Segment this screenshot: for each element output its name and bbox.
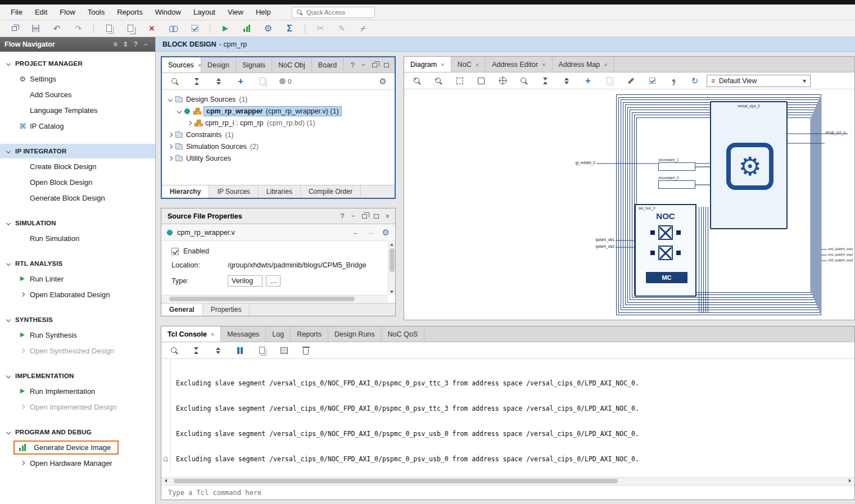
port-lpddr4-trip3[interactable]: ch0_lpddr4_trip2 (828, 258, 853, 262)
expand-all-icon[interactable] (214, 76, 224, 87)
flownav-item-create-block-design[interactable]: Create Block Design (0, 158, 155, 174)
edit-pencil-icon[interactable]: ✎ (336, 22, 348, 35)
section-header-program-and-debug[interactable]: PROGRAM AND DEBUG (0, 425, 155, 439)
section-header-rtl-analysis[interactable]: RTL ANALYSIS (0, 256, 155, 271)
flownav-item-generate-block-design[interactable]: Generate Block Design (0, 190, 155, 206)
quick-access-input[interactable] (306, 9, 368, 16)
validate-design-icon[interactable] (647, 76, 657, 86)
new-window-icon[interactable] (8, 22, 20, 35)
port-lpddr4-clk1[interactable]: lpddr4_clk1 (590, 238, 614, 242)
tree-item-cpm-rp-instance[interactable]: cpm_rp_i : cpm_rp(cpm_rp.bd) (1) (162, 117, 395, 129)
help-icon[interactable]: ? (130, 40, 141, 48)
search-icon[interactable] (170, 76, 180, 87)
tab-ip-sources[interactable]: IP Sources (209, 185, 258, 198)
tab-messages[interactable]: Messages (221, 326, 266, 342)
port-lpddr4-trip1[interactable]: ch0_lpddr4_trip1 (828, 247, 853, 251)
tree-item-cpm-rp-wrapper[interactable]: cpm_rp_wrapper(cpm_rp_wrapper.v) (1) (162, 105, 395, 117)
section-header-ip-integrator[interactable]: IP INTEGRATOR (0, 144, 155, 158)
menu-tools[interactable]: Tools (82, 4, 111, 20)
back-arrow-icon[interactable]: ← (352, 229, 360, 237)
minimize-icon[interactable]: − (361, 61, 365, 69)
menu-flow[interactable]: Flow (53, 4, 81, 20)
save-icon[interactable] (29, 22, 42, 35)
close-icon[interactable]: × (604, 61, 607, 68)
tab-reports[interactable]: Reports (291, 326, 328, 342)
zoom-in-icon[interactable]: + (412, 76, 422, 86)
tree-item-utility-sources[interactable]: Utility Sources (162, 152, 395, 164)
minimize-icon[interactable]: − (141, 40, 151, 48)
report-icon[interactable] (103, 22, 115, 35)
tab-diagram[interactable]: Diagram× (404, 57, 451, 72)
section-header-simulation[interactable]: SIMULATION (0, 216, 155, 230)
menu-edit[interactable]: Edit (29, 4, 53, 20)
tab-signals[interactable]: Signals (236, 57, 272, 72)
flownav-item-run-linter[interactable]: Run Linter (0, 271, 155, 287)
float-icon[interactable] (372, 63, 377, 67)
quick-access-search[interactable] (292, 7, 375, 18)
vertical-scrollbar[interactable] (388, 242, 395, 295)
versal-cips-block[interactable]: versal_cips_0 ⚙ (710, 101, 788, 229)
undo-icon[interactable]: ↶ (51, 22, 63, 35)
trash-icon[interactable] (301, 346, 311, 356)
menu-reports[interactable]: Reports (111, 4, 149, 20)
expand-all-icon[interactable] (562, 76, 572, 86)
flownav-item-language-templates[interactable]: Language Templates (0, 102, 155, 118)
sum-icon[interactable]: Σ (283, 22, 296, 35)
generate-bitstream-icon[interactable] (241, 22, 253, 35)
help-icon[interactable]: ? (351, 61, 355, 69)
expand-all-icon[interactable] (213, 346, 223, 356)
console-output[interactable]: Excluding slave segment /versal_cips_0/N… (161, 360, 854, 470)
menu-help[interactable]: Help (250, 4, 277, 20)
search-icon[interactable] (519, 76, 529, 86)
enabled-checkbox[interactable] (171, 248, 179, 255)
flownav-item-generate-device-image[interactable]: Generate Device Image (0, 439, 155, 455)
tree-item-design-sources[interactable]: Design Sources(1) (162, 93, 395, 105)
maximize-icon[interactable] (374, 214, 379, 219)
forward-arrow-icon[interactable]: → (367, 229, 374, 237)
pause-output-icon[interactable] (235, 346, 245, 356)
view-selector-dropdown[interactable]: ≡ Default View ▾ (707, 75, 811, 87)
redo-icon[interactable]: ↷ (72, 22, 84, 35)
find-binoculars-icon[interactable] (167, 22, 179, 35)
open-file-icon[interactable] (257, 76, 268, 87)
menu-view[interactable]: View (221, 4, 250, 20)
copy-icon[interactable] (257, 346, 267, 356)
horizontal-scrollbar[interactable] (161, 295, 388, 302)
tab-properties[interactable]: Properties (203, 303, 250, 316)
close-icon[interactable]: × (211, 331, 214, 338)
flownav-item-open-elaborated-design[interactable]: Open Elaborated Design (0, 287, 155, 302)
flownav-item-run-synthesis[interactable]: Run Synthesis (0, 327, 155, 343)
tab-hierarchy[interactable]: Hierarchy (162, 185, 209, 198)
flownav-item-open-hardware-manager[interactable]: Open Hardware Manager (0, 455, 155, 471)
menu-layout[interactable]: Layout (187, 4, 221, 20)
settings-gear-icon[interactable]: ⚙ (382, 228, 390, 238)
horizontal-scrollbar[interactable] (161, 477, 854, 484)
cut-icon[interactable]: ✂ (314, 22, 327, 35)
collapse-all-icon[interactable] (192, 76, 202, 87)
menu-file[interactable]: File (4, 4, 29, 20)
section-header-implementation[interactable]: IMPLEMENTATION (0, 369, 155, 383)
tab-compile-order[interactable]: Compile Order (301, 185, 361, 198)
expand-collapse-icon[interactable]: ⇕ (120, 40, 130, 48)
xlconstant-1-block[interactable] (658, 162, 695, 171)
copy-icon[interactable] (604, 76, 614, 86)
scrollbar-thumb[interactable] (169, 297, 355, 301)
port-lpddr4-clk2[interactable]: lpddr4_clk2 (590, 244, 614, 248)
flownav-item-run-implementation[interactable]: Run Implementation (0, 383, 155, 399)
settings-gear-icon[interactable]: ⚙ (378, 76, 388, 87)
settings-gear-icon[interactable]: ⚙ (262, 22, 274, 35)
validate-icon[interactable] (188, 22, 201, 35)
customize-wrench-icon[interactable] (626, 76, 636, 86)
minimize-icon[interactable]: − (351, 212, 355, 220)
add-ip-icon[interactable]: + (583, 76, 593, 86)
port-gt-refclk[interactable]: gt_refclk0_0 (571, 161, 595, 165)
diagram-canvas[interactable]: versal_cips_0 ⚙ xlconstant_1 xlconstant_… (404, 90, 854, 320)
menu-window[interactable]: Window (149, 4, 187, 20)
type-more-button[interactable]: … (266, 275, 281, 287)
wand-icon[interactable]: ⌿ (357, 22, 369, 35)
zoom-out-icon[interactable]: − (433, 76, 444, 86)
xlconstant-0-block[interactable] (658, 180, 695, 189)
port-lpddr4-trip2[interactable]: ch1_lpddr4_trip1 (828, 253, 853, 256)
section-header-project-manager[interactable]: PROJECT MANAGER (0, 56, 155, 71)
tab-noc[interactable]: NoC× (451, 57, 486, 72)
